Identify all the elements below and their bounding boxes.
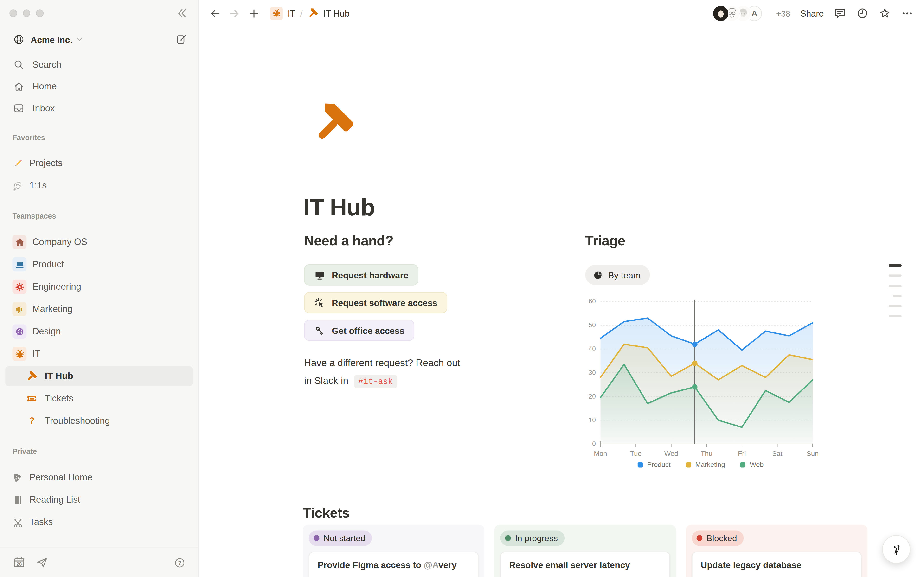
svg-text:Fri: Fri [738,450,746,457]
breadcrumb-separator: / [300,8,302,18]
forward-icon[interactable] [229,8,241,19]
new-page-icon[interactable] [248,8,260,19]
house-icon [15,237,24,247]
sidebar-item-label: Home [32,81,57,92]
svg-text:60: 60 [588,298,596,305]
svg-text:Tue: Tue [630,450,641,457]
page-icon-hammer[interactable] [311,100,357,147]
send-icon[interactable] [36,556,48,569]
search-icon [13,59,25,71]
comments-icon[interactable] [834,7,846,19]
breadcrumb-it-hub-label[interactable]: IT Hub [323,8,350,18]
legend-item[interactable]: Product [638,461,670,468]
topbar: IT / IT Hub A +38 Share [199,0,924,26]
help-icon[interactable]: ? [174,557,186,569]
toc-bar[interactable] [888,274,901,277]
status-label: Blocked [706,533,737,543]
sidebar-item-label: Search [32,59,61,70]
toc-bar[interactable] [888,305,901,308]
bug-icon [15,349,24,359]
sidebar-item-1-1s[interactable]: 1:1s [0,174,198,197]
compose-button[interactable] [176,34,187,45]
legend-swatch [686,462,691,467]
gear-icon [15,282,24,292]
share-button[interactable]: Share [800,8,824,18]
collaborators-more-count[interactable]: +38 [776,9,790,18]
status-pill-not-started[interactable]: Not started [309,530,372,546]
sidebar-item-label: Product [32,259,64,270]
thought-cloud-icon [12,180,24,191]
section-label-favorites[interactable]: Favorites [12,134,45,142]
sidebar-item-projects[interactable]: Projects [0,152,198,174]
sidebar-item-it-hub[interactable]: IT Hub [5,366,193,386]
status-pill-in-progress[interactable]: In progress [500,530,564,546]
sidebar-item-marketing[interactable]: Marketing [0,298,198,320]
sidebar-item-engineering[interactable]: Engineering [0,276,198,298]
card-mention[interactable]: @Avery [424,560,457,570]
sidebar-item-label: Personal Home [29,472,92,483]
status-pill-blocked[interactable]: Blocked [692,530,743,546]
sidebar-item-label: IT [32,349,41,359]
card-text: Update legacy database [701,560,801,570]
app-window: Acme Inc. Search Home Inbox Favorites [0,0,924,577]
section-label-private[interactable]: Private [12,447,37,456]
sidebar-item-it[interactable]: IT [0,343,198,365]
sidebar-item-label: IT Hub [45,371,73,382]
window-zoom-button[interactable] [36,10,43,17]
section-label-teamspaces[interactable]: Teamspaces [12,212,56,220]
request-software-access-button[interactable]: Request software access [304,292,447,313]
note-line1: Have a different request? Reach out [304,358,460,368]
breadcrumb-it-label[interactable]: IT [288,8,296,18]
toc-bar[interactable] [888,264,901,267]
page-title[interactable]: IT Hub [304,194,375,221]
sidebar-item-personal-home[interactable]: Personal Home [0,466,198,489]
slack-channel-chip[interactable]: #it-ask [354,375,397,388]
sidebar-footer: 28 ? [0,548,198,577]
workspace-switcher[interactable]: Acme Inc. [0,31,198,48]
ai-face-icon [888,542,904,557]
toc-bar[interactable] [888,285,901,287]
more-options-icon[interactable] [901,7,913,19]
legend-item[interactable]: Marketing [686,461,725,468]
status-dot [696,535,703,541]
window-close-button[interactable] [10,10,17,17]
favorite-star-icon[interactable] [879,7,891,19]
sidebar-item-reading-list[interactable]: Reading List [0,489,198,511]
breadcrumb-it[interactable] [270,7,283,20]
get-office-access-button[interactable]: Get office access [304,320,415,341]
note-line2: in Slack in [304,375,349,386]
sidebar-item-design[interactable]: Design [0,320,198,343]
toc-bar[interactable] [893,295,901,297]
window-minimize-button[interactable] [23,10,30,17]
back-icon[interactable] [209,8,221,19]
status-label: In progress [515,533,558,543]
notion-ai-button[interactable] [882,535,911,564]
legend-label: Product [647,461,670,468]
svg-text:Wed: Wed [664,450,678,457]
sidebar-item-troubleshooting[interactable]: ? Troubleshooting [0,410,198,432]
sidebar-item-inbox[interactable]: Inbox [0,97,198,119]
avatar[interactable] [713,5,729,21]
svg-text:Mon: Mon [594,450,607,457]
monitor-icon [314,269,325,280]
sidebar: Acme Inc. Search Home Inbox Favorites [0,0,199,577]
request-hardware-button[interactable]: Request hardware [304,264,418,285]
collaborator-avatars: A [713,5,762,21]
sidebar-item-company-os[interactable]: Company OS [0,231,198,253]
toc-bar[interactable] [888,315,901,318]
by-team-toggle[interactable]: By team [585,265,650,285]
sidebar-collapse-icon[interactable] [175,7,187,19]
sidebar-item-product[interactable]: Product [0,253,198,276]
ticket-card[interactable]: Update legacy database [692,552,861,577]
svg-text:Sun: Sun [806,450,819,457]
sidebar-item-search[interactable]: Search [0,53,198,76]
ticket-card[interactable]: Resolve email server latency [500,552,670,577]
sidebar-item-label: Inbox [32,103,55,113]
sidebar-item-home[interactable]: Home [0,75,198,97]
sidebar-item-tasks[interactable]: Tasks [0,511,198,533]
legend-item[interactable]: Web [740,461,764,468]
sidebar-item-tickets[interactable]: Tickets [0,387,198,410]
ticket-card[interactable]: Provide Figma access to @Avery [309,552,478,577]
calendar-button[interactable]: 28 [12,556,26,569]
updates-clock-icon[interactable] [856,7,868,19]
